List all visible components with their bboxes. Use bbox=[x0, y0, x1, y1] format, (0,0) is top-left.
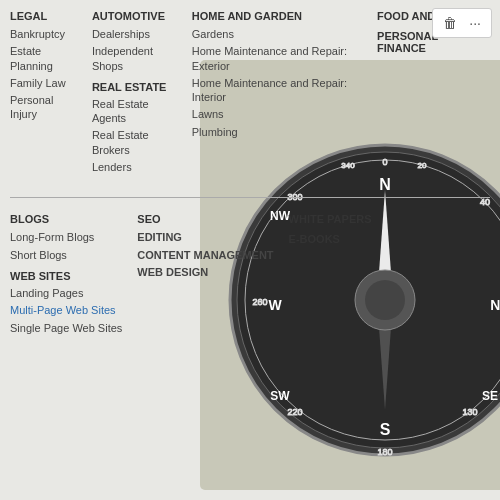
seo-title: SEO bbox=[137, 213, 273, 225]
white-papers-title: WHITE PAPERS bbox=[289, 213, 372, 225]
real-estate-title: REAL ESTATE bbox=[92, 81, 177, 93]
real-estate-lenders: Lenders bbox=[92, 160, 177, 174]
seo-section: SEO EDITING CONTENT MANAGEMENT WEB DESIG… bbox=[137, 213, 288, 337]
top-sections: LEGAL Bankruptcy Estate Planning Family … bbox=[10, 10, 490, 177]
legal-item-personal: Personal Injury bbox=[10, 93, 77, 122]
real-estate-brokers: Real Estate Brokers bbox=[92, 128, 177, 157]
white-papers-section: WHITE PAPERS E-BOOKS bbox=[289, 213, 387, 337]
section-divider bbox=[10, 197, 490, 198]
legal-item-estate: Estate Planning bbox=[10, 44, 77, 73]
legal-item-bankruptcy: Bankruptcy bbox=[10, 27, 77, 41]
home-item-maintenance-ext: Home Maintenance and Repair: Exterior bbox=[192, 44, 362, 73]
home-item-lawns: Lawns bbox=[192, 107, 362, 121]
websites-singlepage: Single Page Web Sites bbox=[10, 321, 122, 335]
delete-icon[interactable]: 🗑 bbox=[439, 13, 461, 33]
seo-web-design: WEB DESIGN bbox=[137, 265, 273, 279]
legal-item-family: Family Law bbox=[10, 76, 77, 90]
websites-multipage[interactable]: Multi-Page Web Sites bbox=[10, 303, 122, 317]
blogs-short: Short Blogs bbox=[10, 248, 122, 262]
seo-editing: EDITING bbox=[137, 230, 273, 244]
legal-section: LEGAL Bankruptcy Estate Planning Family … bbox=[10, 10, 92, 177]
automotive-section: AUTOMOTIVE Dealerships Independent Shops… bbox=[92, 10, 192, 177]
seo-content-management: CONTENT MANAGEMENT bbox=[137, 248, 273, 262]
home-item-gardens: Gardens bbox=[192, 27, 362, 41]
websites-title: WEB SITES bbox=[10, 270, 122, 282]
legal-title: LEGAL bbox=[10, 10, 77, 22]
automotive-title: AUTOMOTIVE bbox=[92, 10, 177, 22]
bottom-sections: BLOGS Long-Form Blogs Short Blogs WEB SI… bbox=[10, 213, 490, 337]
ebooks-title: E-BOOKS bbox=[289, 233, 372, 245]
home-garden-title: HOME AND GARDEN bbox=[192, 10, 362, 22]
blogs-title: BLOGS bbox=[10, 213, 122, 225]
real-estate-agents: Real Estate Agents bbox=[92, 97, 177, 126]
more-options-icon[interactable]: ··· bbox=[465, 13, 485, 33]
main-content: LEGAL Bankruptcy Estate Planning Family … bbox=[0, 0, 500, 500]
websites-landing: Landing Pages bbox=[10, 286, 122, 300]
home-item-plumbing: Plumbing bbox=[192, 125, 362, 139]
blogs-section: BLOGS Long-Form Blogs Short Blogs WEB SI… bbox=[10, 213, 137, 337]
blogs-longform: Long-Form Blogs bbox=[10, 230, 122, 244]
home-item-maintenance-int: Home Maintenance and Repair: Interior bbox=[192, 76, 362, 105]
automotive-item-shops: Independent Shops bbox=[92, 44, 177, 73]
toolbar: 🗑 ··· bbox=[432, 8, 492, 38]
home-garden-section: HOME AND GARDEN Gardens Home Maintenance… bbox=[192, 10, 377, 177]
automotive-item-dealerships: Dealerships bbox=[92, 27, 177, 41]
